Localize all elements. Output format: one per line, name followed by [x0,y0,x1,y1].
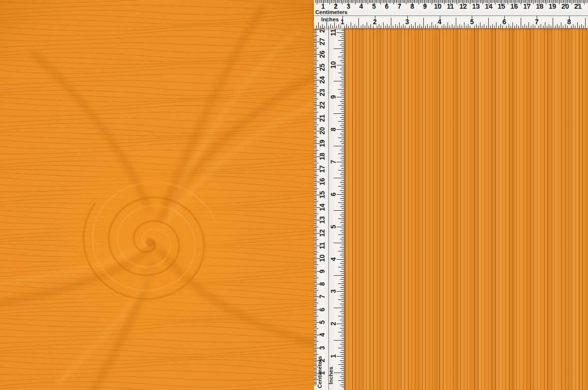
cm-tick [314,173,317,173]
cm-tick [314,358,317,359]
inch-tick [549,24,549,28]
cm-tick [432,0,432,4]
inch-tick [341,257,344,257]
inch-tick [338,267,344,267]
cm-tick [314,82,317,83]
cm-number: 4 [319,333,325,337]
inch-tick [341,322,344,322]
cm-tick [314,215,317,216]
cm-tick [314,262,317,263]
inch-tick [432,22,432,28]
cm-tick [314,183,317,184]
cm-tick [314,128,317,129]
cm-tick [329,0,330,4]
cm-number: 11 [319,242,325,250]
cm-tick [483,0,484,3]
cm-tick [314,237,317,237]
cm-tick [314,330,317,330]
inch-tick [511,26,511,28]
inch-tick [341,38,344,39]
cm-tick [314,367,318,367]
inch-number: 6 [330,192,337,196]
inch-tick [334,308,344,308]
cm-tick [314,58,317,59]
inch-tick [341,164,344,164]
cm-tick [314,119,317,120]
cm-tick [314,239,318,240]
cm-tick [314,151,317,152]
cm-tick [314,109,317,109]
cm-number: 13 [472,3,480,10]
inch-tick [478,26,479,28]
inch-tick [341,87,344,87]
inch-tick [437,26,438,28]
inch-tick [567,26,568,28]
cm-tick [314,350,317,351]
inch-tick [341,140,344,140]
cm-number: 10 [434,3,442,10]
inch-tick [338,380,344,381]
cm-tick [314,160,317,161]
inch-tick [555,26,556,28]
inch-number: 4 [330,257,337,261]
cm-tick [314,140,317,140]
cm-tick [314,164,317,165]
inch-tick [340,231,344,231]
inch-tick [340,320,344,320]
cm-tick [314,103,317,103]
cm-tick [314,153,317,153]
cm-tick [314,336,317,337]
cm-tick [314,252,318,252]
inch-tick [565,24,566,28]
cm-number: 17 [523,3,531,10]
cm-tick [314,267,317,268]
inch-tick [579,26,580,28]
inch-number: 5 [470,18,474,25]
inch-tick [340,158,344,158]
cm-tick [314,313,317,313]
inch-tick [334,210,344,211]
cm-tick [314,275,317,276]
inch-tick [413,26,414,28]
cm-tick [314,96,317,97]
cm-tick [314,280,317,281]
cm-tick [545,0,545,3]
cm-tick [314,60,317,60]
inch-tick [341,111,344,112]
inch-tick [361,26,361,28]
cm-tick [535,0,535,3]
inch-tick [403,24,403,28]
cm-number: 16 [319,178,325,186]
cm-tick [584,0,585,4]
cm-number: 7 [319,295,325,298]
cm-tick [314,364,317,365]
inch-tick [341,354,344,355]
cm-tick [314,351,317,352]
inch-tick [326,18,327,28]
cm-tick [314,78,317,79]
inch-tick [341,71,344,71]
inch-tick [341,99,344,100]
cm-tick [379,0,380,3]
cm-tick [376,0,377,3]
cm-tick [314,266,317,266]
cm-tick [314,349,317,349]
cm-tick [494,0,495,3]
cm-tick [314,213,317,213]
cm-tick [314,75,317,75]
cm-tick [314,113,317,113]
inch-tick [539,26,539,28]
cm-number: 2 [319,359,325,362]
inch-tick [492,24,493,28]
cm-tick [314,337,317,338]
inch-number: 3 [405,18,409,25]
inch-tick [341,213,344,213]
cm-tick [314,339,317,339]
inch-tick [525,24,525,28]
inch-tick [551,26,551,28]
inch-tick [341,67,344,67]
inch-tick [338,203,344,203]
inch-tick [573,24,573,28]
cm-number: 1 [321,3,325,10]
cm-tick [314,189,317,190]
